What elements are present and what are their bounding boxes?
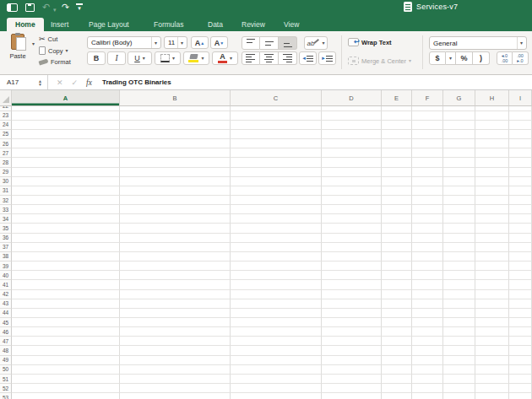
cell-E49[interactable] — [382, 356, 412, 365]
cell-D25[interactable] — [322, 130, 382, 139]
cell-D46[interactable] — [322, 327, 382, 337]
cell-B39[interactable] — [120, 262, 231, 271]
cell-G50[interactable] — [443, 365, 475, 375]
cell-E36[interactable] — [382, 234, 412, 243]
cell-D32[interactable] — [322, 196, 382, 205]
decrease-indent-button[interactable]: ◂ — [299, 51, 317, 65]
cell-E35[interactable] — [382, 224, 412, 233]
tab-review[interactable]: Review — [242, 18, 265, 31]
cell-A36[interactable] — [12, 234, 120, 243]
cell-I34[interactable] — [509, 214, 532, 224]
cell-C47[interactable] — [231, 337, 322, 346]
cell-A50[interactable] — [12, 365, 120, 375]
cell-H36[interactable] — [475, 234, 509, 243]
cell-H34[interactable] — [475, 214, 509, 224]
cell-E45[interactable] — [382, 318, 412, 327]
cell-F44[interactable] — [412, 309, 443, 318]
row-header-53[interactable]: 53 — [0, 393, 12, 399]
row-header-23[interactable]: 23 — [0, 111, 12, 121]
cell-A35[interactable] — [12, 224, 120, 233]
cell-H53[interactable] — [475, 393, 509, 399]
cell-B43[interactable] — [120, 299, 231, 309]
cell-G45[interactable] — [443, 318, 475, 327]
cell-I51[interactable] — [509, 375, 532, 384]
cell-D49[interactable] — [322, 356, 382, 365]
cell-F25[interactable] — [412, 130, 443, 139]
cell-H31[interactable] — [475, 186, 509, 196]
toggle-sidebar-icon[interactable] — [7, 3, 18, 12]
cell-B31[interactable] — [120, 186, 231, 196]
cell-C35[interactable] — [231, 224, 322, 233]
cell-F34[interactable] — [412, 214, 443, 224]
cell-A51[interactable] — [12, 375, 120, 384]
column-header-I[interactable]: I — [509, 90, 532, 106]
underline-dropdown-icon[interactable]: ▾ — [143, 56, 145, 61]
cell-D28[interactable] — [322, 158, 382, 167]
cell-B38[interactable] — [120, 252, 231, 262]
cell-E52[interactable] — [382, 384, 412, 393]
row-header-31[interactable]: 31 — [0, 186, 12, 196]
font-color-dropdown-icon[interactable]: ▾ — [230, 56, 232, 61]
decrease-font-size-button[interactable]: A▼ — [210, 36, 228, 49]
cell-G31[interactable] — [443, 186, 475, 196]
cell-C44[interactable] — [231, 309, 322, 318]
cell-F48[interactable] — [412, 346, 443, 355]
cell-A53[interactable] — [12, 393, 120, 399]
cell-F29[interactable] — [412, 168, 443, 177]
cell-E51[interactable] — [382, 375, 412, 384]
cell-A39[interactable] — [12, 262, 120, 271]
cell-C26[interactable] — [231, 139, 322, 148]
cell-I52[interactable] — [509, 384, 532, 393]
tab-insert[interactable]: Insert — [51, 18, 68, 31]
orientation-button[interactable]: ab ▾ — [304, 36, 328, 50]
cell-B44[interactable] — [120, 309, 231, 318]
cell-C52[interactable] — [231, 384, 322, 393]
cell-G38[interactable] — [443, 252, 475, 262]
cell-D51[interactable] — [322, 375, 382, 384]
cell-I50[interactable] — [509, 365, 532, 375]
cell-B36[interactable] — [120, 234, 231, 243]
align-middle-button[interactable] — [260, 36, 279, 50]
column-header-G[interactable]: G — [443, 90, 475, 106]
cell-A23[interactable] — [12, 111, 120, 121]
cell-G41[interactable] — [443, 280, 475, 289]
cell-D53[interactable] — [322, 393, 382, 399]
cell-F52[interactable] — [412, 384, 443, 393]
column-header-F[interactable]: F — [412, 90, 443, 106]
cell-I45[interactable] — [509, 318, 532, 327]
cell-B40[interactable] — [120, 271, 231, 280]
fill-color-button[interactable]: ▾ — [183, 51, 209, 65]
cancel-icon[interactable]: ✕ — [57, 78, 63, 87]
column-header-D[interactable]: D — [322, 90, 382, 106]
cell-D50[interactable] — [322, 365, 382, 375]
currency-dropdown-button[interactable]: ▾ — [446, 51, 456, 65]
formula-input[interactable]: Trading OTC Binaries — [102, 78, 171, 86]
align-center-button[interactable] — [260, 51, 279, 65]
cell-G42[interactable] — [443, 290, 475, 299]
row-header-39[interactable]: 39 — [0, 262, 12, 271]
cell-E43[interactable] — [382, 299, 412, 309]
cell-F43[interactable] — [412, 299, 443, 309]
row-header-52[interactable]: 52 — [0, 384, 12, 393]
cell-F35[interactable] — [412, 224, 443, 233]
save-icon[interactable] — [25, 3, 35, 12]
cell-D41[interactable] — [322, 280, 382, 289]
paste-dropdown-icon[interactable]: ▾ — [32, 41, 35, 46]
row-header-32[interactable]: 32 — [0, 196, 12, 205]
column-header-C[interactable]: C — [231, 90, 322, 106]
cell-H28[interactable] — [475, 158, 509, 167]
cell-E24[interactable] — [382, 121, 412, 130]
cell-F46[interactable] — [412, 327, 443, 337]
cell-D35[interactable] — [322, 224, 382, 233]
cell-H29[interactable] — [475, 168, 509, 177]
cell-F37[interactable] — [412, 243, 443, 252]
cell-H27[interactable] — [475, 148, 509, 158]
cell-H32[interactable] — [475, 196, 509, 205]
cell-E28[interactable] — [382, 158, 412, 167]
currency-style-button[interactable]: $ — [429, 51, 446, 65]
cell-D26[interactable] — [322, 139, 382, 148]
cell-H49[interactable] — [475, 356, 509, 365]
orientation-dropdown-icon[interactable]: ▾ — [322, 40, 324, 46]
cell-F40[interactable] — [412, 271, 443, 280]
insert-function-icon[interactable]: fx — [86, 78, 92, 87]
